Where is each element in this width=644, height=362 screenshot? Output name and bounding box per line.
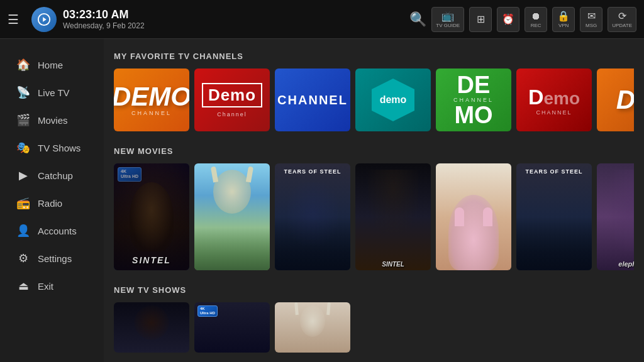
sidebar-label-movies: Movies xyxy=(38,115,68,126)
sidebar-item-movies[interactable]: 🎬 Movies xyxy=(4,107,100,133)
channel-card-demo6[interactable]: DE xyxy=(597,69,634,131)
new-movies-title: NEW MOVIES xyxy=(114,146,634,156)
home-icon: 🏠 xyxy=(16,58,30,72)
demo5-d: D xyxy=(528,85,544,109)
movie-card-bigbuck[interactable] xyxy=(194,163,270,270)
movie-title-sintel2: SINTEL xyxy=(355,261,431,268)
alarm-icon: ⏰ xyxy=(502,13,514,25)
tv-guide-button[interactable]: 📺 TV GUIDE xyxy=(431,7,464,32)
msg-button[interactable]: ✉ MSG xyxy=(580,7,602,32)
movie-title-elephants: elephants xyxy=(597,260,634,268)
channel-de: DE xyxy=(457,73,491,97)
sidebar-item-home[interactable]: 🏠 Home xyxy=(4,52,100,78)
movies-row: 4KUltra HD SINTEL TEARS OF STEEL xyxy=(114,163,634,270)
svg-marker-1 xyxy=(43,17,47,21)
grid-view-button[interactable]: ⊞ xyxy=(469,7,492,32)
sidebar-item-live-tv[interactable]: 📡 Live TV xyxy=(4,79,100,106)
channel-hex-demo3: demo xyxy=(372,79,414,121)
tvshow-card-1[interactable] xyxy=(114,302,189,353)
catchup-icon: ▶ xyxy=(16,168,30,182)
movie-title-tos2: TEARS OF STEEL xyxy=(516,168,592,175)
main-content: MY FAVORITE TV CHANNELS DEMO CHANNEL Dem… xyxy=(104,39,644,362)
channel-label-demo1: CHANNEL xyxy=(131,110,172,116)
movie-card-sintel2[interactable]: SINTEL xyxy=(355,163,431,270)
sidebar-label-settings: Settings xyxy=(38,253,72,264)
channel-label-demo2: Channel xyxy=(217,111,247,118)
exit-icon: ⏏ xyxy=(16,279,30,293)
topbar-left: ☰ 03:23:10 AM Wednesday, 9 Feb 2022 xyxy=(8,7,145,32)
sidebar-item-tv-shows[interactable]: 🎭 TV Shows xyxy=(4,134,100,161)
channels-row: DEMO CHANNEL Demo Channel CHANNEL demo D… xyxy=(114,69,634,131)
sidebar-item-radio[interactable]: 📻 Radio xyxy=(4,190,100,216)
sidebar-item-accounts[interactable]: 👤 Accounts xyxy=(4,217,100,244)
channel-card-channel1[interactable]: CHANNEL xyxy=(275,69,350,131)
movie-title-tos1: TEARS OF STEEL xyxy=(275,168,350,175)
msg-label: MSG xyxy=(586,23,597,28)
vpn-button[interactable]: 🔒 VPN xyxy=(552,7,575,32)
radio-icon: 📻 xyxy=(16,196,30,210)
channel-card-demo3[interactable]: demo xyxy=(355,69,431,131)
topbar: ☰ 03:23:10 AM Wednesday, 9 Feb 2022 🔍 📺 … xyxy=(0,0,644,39)
channel-name-demo5: D emo xyxy=(528,85,580,109)
vpn-icon: 🔒 xyxy=(557,10,570,22)
grid-icon: ⊞ xyxy=(477,13,485,25)
msg-icon: ✉ xyxy=(587,10,596,22)
rec-icon: ⏺ xyxy=(531,11,541,22)
sidebar-label-catchup: Catchup xyxy=(38,170,73,181)
movie-title-sintel1: SINTEL xyxy=(114,255,189,265)
sidebar-item-settings[interactable]: ⚙ Settings xyxy=(4,245,100,272)
topbar-right: 🔍 📺 TV GUIDE ⊞ ⏰ ⏺ REC 🔒 VPN ✉ MSG ⟳ UPD… xyxy=(409,7,636,32)
update-button[interactable]: ⟳ UPDATE xyxy=(608,7,636,32)
update-icon: ⟳ xyxy=(618,10,626,22)
rec-label: REC xyxy=(531,23,541,28)
channel-name-demo1: DEMO xyxy=(114,84,189,110)
movie-card-cosmo[interactable] xyxy=(436,163,511,270)
tvshows-row: 4KUltra HD xyxy=(114,302,634,353)
channel-name-channel1: CHANNEL xyxy=(277,93,348,107)
channel-mo: MO xyxy=(454,103,492,127)
current-date: Wednesday, 9 Feb 2022 xyxy=(63,21,145,30)
rec-button[interactable]: ⏺ REC xyxy=(525,7,547,32)
movie-card-sintel1[interactable]: 4KUltra HD SINTEL xyxy=(114,163,189,270)
sidebar-label-accounts: Accounts xyxy=(38,226,77,236)
main-layout: 🏠 Home 📡 Live TV 🎬 Movies 🎭 TV Shows ▶ C… xyxy=(0,39,644,362)
new-tv-shows-title: NEW TV SHOWS xyxy=(114,285,634,295)
search-button[interactable]: 🔍 xyxy=(409,11,426,28)
live-tv-icon: 📡 xyxy=(16,85,30,99)
channel-card-demo2[interactable]: Demo Channel xyxy=(194,69,270,131)
channel-label-demo5: CHANNEL xyxy=(536,109,572,116)
channel-hex-text: demo xyxy=(380,94,407,106)
sidebar-item-catchup[interactable]: ▶ Catchup xyxy=(4,162,100,189)
channel-card-demo1[interactable]: DEMO CHANNEL xyxy=(114,69,189,131)
app-logo xyxy=(31,7,57,32)
channel-card-demo5[interactable]: D emo CHANNEL xyxy=(516,69,592,131)
time-info: 03:23:10 AM Wednesday, 9 Feb 2022 xyxy=(63,8,145,30)
tvshow-card-3[interactable] xyxy=(275,302,350,353)
tv-shows-icon: 🎭 xyxy=(16,141,30,155)
menu-icon[interactable]: ☰ xyxy=(8,12,19,27)
sidebar-label-exit: Exit xyxy=(38,281,53,292)
update-label: UPDATE xyxy=(612,23,632,28)
sidebar-label-tv-shows: TV Shows xyxy=(38,143,80,153)
alarm-button[interactable]: ⏰ xyxy=(497,7,519,32)
favorite-channels-title: MY FAVORITE TV CHANNELS xyxy=(114,52,634,61)
channel-partial-text: DE xyxy=(616,85,634,115)
settings-icon: ⚙ xyxy=(16,251,30,265)
sidebar-label-radio: Radio xyxy=(38,198,62,209)
demo5-emo: emo xyxy=(543,89,580,109)
vpn-label: VPN xyxy=(558,23,569,28)
movie-card-elephants[interactable]: elephants xyxy=(597,163,634,270)
movie-card-tos2[interactable]: TEARS OF STEEL xyxy=(516,163,592,270)
sidebar: 🏠 Home 📡 Live TV 🎬 Movies 🎭 TV Shows ▶ C… xyxy=(0,39,104,362)
current-time: 03:23:10 AM xyxy=(63,8,145,21)
sidebar-label-home: Home xyxy=(38,60,63,70)
sidebar-item-exit[interactable]: ⏏ Exit xyxy=(4,273,100,299)
tv-guide-icon: 📺 xyxy=(441,10,454,22)
channel-card-demo4[interactable]: DE CHANNEL MO xyxy=(436,69,511,131)
movie-card-tos1[interactable]: TEARS OF STEEL xyxy=(275,163,350,270)
tvshow-card-2[interactable]: 4KUltra HD xyxy=(194,302,270,353)
sidebar-label-live-tv: Live TV xyxy=(38,87,70,98)
accounts-icon: 👤 xyxy=(16,224,30,238)
tv-guide-label: TV GUIDE xyxy=(436,23,460,28)
play-logo-icon xyxy=(37,13,51,26)
